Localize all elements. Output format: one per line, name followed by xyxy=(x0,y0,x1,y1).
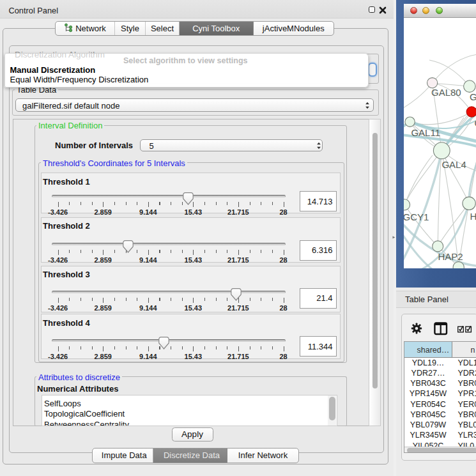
svg-text:GAL80: GAL80 xyxy=(431,87,461,98)
svg-text:GCY1: GCY1 xyxy=(404,211,429,222)
svg-text:GAL11: GAL11 xyxy=(411,127,440,138)
svg-text:HAP2: HAP2 xyxy=(438,251,463,262)
svg-text:GAL4: GAL4 xyxy=(441,159,466,170)
svg-text:GA: GA xyxy=(469,91,476,102)
svg-text:H: H xyxy=(470,211,476,222)
